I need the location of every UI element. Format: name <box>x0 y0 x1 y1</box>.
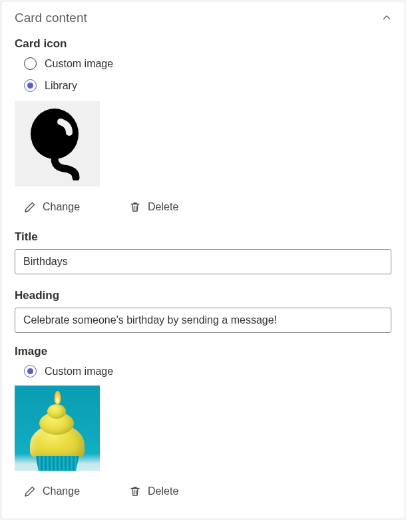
panel-title: Card content <box>15 11 87 25</box>
heading-input[interactable] <box>15 308 391 333</box>
panel-header: Card content <box>1 1 405 32</box>
icon-action-row: Change Delete <box>23 198 391 216</box>
radio-label: Library <box>45 80 77 92</box>
image-radio-group: Custom image <box>24 365 391 378</box>
radio-custom-image[interactable]: Custom image <box>24 57 391 70</box>
image-preview[interactable] <box>15 386 100 471</box>
trash-icon <box>129 201 141 213</box>
radio-label: Custom image <box>45 366 113 378</box>
image-action-row: Change Delete <box>23 483 391 500</box>
radio-circle <box>24 57 37 70</box>
title-input[interactable] <box>15 249 391 274</box>
card-content-panel: Card content Card icon Custom image Libr… <box>1 1 405 519</box>
chevron-up-icon <box>382 13 391 23</box>
radio-dot <box>27 83 33 89</box>
radio-dot <box>27 368 33 374</box>
radio-label: Custom image <box>45 58 113 70</box>
card-icon-radio-group: Custom image Library <box>24 57 391 92</box>
heading-field-group: Heading <box>15 289 391 333</box>
radio-circle <box>24 365 37 378</box>
change-label: Change <box>43 485 80 497</box>
cupcake-image <box>15 386 100 471</box>
delete-label: Delete <box>148 201 178 213</box>
balloon-icon <box>24 107 91 180</box>
image-label: Image <box>15 345 391 358</box>
radio-circle <box>24 79 37 92</box>
heading-label: Heading <box>15 289 391 302</box>
card-icon-label: Card icon <box>15 37 391 51</box>
collapse-toggle[interactable] <box>382 13 391 23</box>
pencil-icon <box>24 485 36 497</box>
radio-library[interactable]: Library <box>24 79 391 92</box>
delete-icon-button[interactable]: Delete <box>128 198 180 216</box>
pencil-icon <box>24 201 36 213</box>
title-field-group: Title <box>15 230 391 274</box>
change-image-button[interactable]: Change <box>23 483 81 500</box>
change-icon-button[interactable]: Change <box>23 198 81 216</box>
change-label: Change <box>43 201 80 213</box>
delete-label: Delete <box>148 485 178 497</box>
trash-icon <box>129 485 141 497</box>
radio-image-custom[interactable]: Custom image <box>24 365 391 378</box>
panel-body: Card icon Custom image Library Change <box>1 37 405 519</box>
title-label: Title <box>15 230 391 244</box>
image-section: Image Custom image <box>15 345 391 500</box>
delete-image-button[interactable]: Delete <box>128 483 180 500</box>
icon-preview[interactable] <box>15 101 100 186</box>
